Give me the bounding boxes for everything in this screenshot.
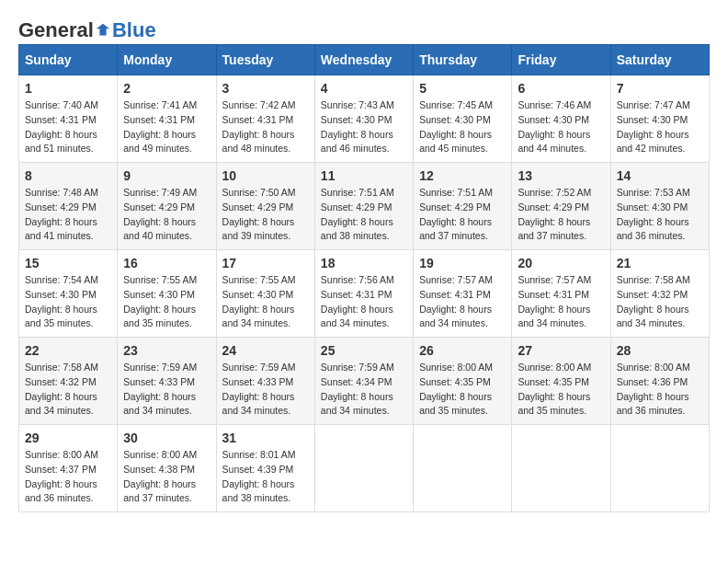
calendar-cell: 8 Sunrise: 7:48 AM Sunset: 4:29 PM Dayli… (19, 163, 118, 250)
sunrise-text: Sunrise: 7:45 AM (419, 99, 493, 110)
day-number: 3 (222, 81, 309, 96)
calendar-cell: 3 Sunrise: 7:42 AM Sunset: 4:31 PM Dayli… (216, 75, 314, 163)
daylight-text: Daylight: 8 hours and 34 minutes. (419, 304, 492, 329)
daylight-text: Daylight: 8 hours and 34 minutes. (222, 304, 295, 329)
daylight-text: Daylight: 8 hours and 36 minutes. (617, 216, 689, 242)
calendar-cell: 12 Sunrise: 7:51 AM Sunset: 4:29 PM Dayl… (414, 163, 512, 250)
sunset-text: Sunset: 4:35 PM (419, 376, 491, 387)
day-number: 23 (123, 343, 210, 358)
sunset-text: Sunset: 4:30 PM (222, 289, 294, 300)
sunset-text: Sunset: 4:30 PM (518, 114, 589, 125)
day-info: Sunrise: 7:55 AM Sunset: 4:30 PM Dayligh… (123, 273, 210, 331)
calendar-cell: 25 Sunrise: 7:59 AM Sunset: 4:34 PM Dayl… (314, 338, 413, 425)
sunrise-text: Sunrise: 7:47 AM (617, 99, 690, 110)
sunset-text: Sunset: 4:36 PM (617, 376, 688, 387)
sunrise-text: Sunrise: 8:00 AM (419, 362, 493, 373)
week-row-3: 15 Sunrise: 7:54 AM Sunset: 4:30 PM Dayl… (19, 250, 710, 338)
day-info: Sunrise: 7:48 AM Sunset: 4:29 PM Dayligh… (25, 186, 111, 244)
calendar-cell: 2 Sunrise: 7:41 AM Sunset: 4:31 PM Dayli… (118, 75, 216, 163)
day-info: Sunrise: 7:53 AM Sunset: 4:30 PM Dayligh… (617, 186, 703, 244)
day-info: Sunrise: 7:51 AM Sunset: 4:29 PM Dayligh… (419, 186, 506, 244)
daylight-text: Daylight: 8 hours and 37 minutes. (123, 478, 196, 504)
calendar-cell (314, 425, 413, 512)
sunrise-text: Sunrise: 7:58 AM (25, 362, 98, 373)
sunset-text: Sunset: 4:29 PM (518, 201, 589, 213)
daylight-text: Daylight: 8 hours and 34 minutes. (518, 304, 590, 329)
day-info: Sunrise: 7:41 AM Sunset: 4:31 PM Dayligh… (123, 98, 210, 156)
calendar-cell: 18 Sunrise: 7:56 AM Sunset: 4:31 PM Dayl… (314, 250, 413, 338)
daylight-text: Daylight: 8 hours and 34 minutes. (123, 391, 196, 417)
day-number: 25 (321, 343, 407, 358)
day-number: 16 (123, 256, 210, 270)
sunrise-text: Sunrise: 7:40 AM (25, 99, 98, 110)
daylight-text: Daylight: 8 hours and 48 minutes. (222, 129, 295, 155)
calendar-cell: 23 Sunrise: 7:59 AM Sunset: 4:33 PM Dayl… (118, 338, 216, 425)
day-info: Sunrise: 8:00 AM Sunset: 4:38 PM Dayligh… (123, 448, 210, 506)
day-number: 10 (222, 168, 309, 183)
day-number: 15 (25, 256, 111, 270)
week-row-4: 22 Sunrise: 7:58 AM Sunset: 4:32 PM Dayl… (19, 338, 710, 425)
sunset-text: Sunset: 4:30 PM (617, 201, 688, 213)
week-row-1: 1 Sunrise: 7:40 AM Sunset: 4:31 PM Dayli… (19, 75, 710, 163)
logo-general-text: General (18, 18, 94, 42)
sunset-text: Sunset: 4:33 PM (123, 376, 195, 387)
day-number: 31 (222, 431, 309, 445)
calendar-cell: 4 Sunrise: 7:43 AM Sunset: 4:30 PM Dayli… (314, 75, 413, 163)
weekday-header-tuesday: Tuesday (216, 45, 314, 75)
day-info: Sunrise: 7:59 AM Sunset: 4:33 PM Dayligh… (222, 361, 309, 419)
weekday-header-thursday: Thursday (414, 45, 512, 75)
day-number: 21 (617, 256, 703, 270)
day-number: 11 (321, 168, 407, 183)
day-info: Sunrise: 7:59 AM Sunset: 4:33 PM Dayligh… (123, 361, 210, 419)
day-info: Sunrise: 7:40 AM Sunset: 4:31 PM Dayligh… (25, 98, 111, 156)
daylight-text: Daylight: 8 hours and 36 minutes. (617, 391, 689, 417)
day-info: Sunrise: 7:58 AM Sunset: 4:32 PM Dayligh… (25, 361, 111, 419)
calendar-cell: 17 Sunrise: 7:55 AM Sunset: 4:30 PM Dayl… (216, 250, 314, 338)
sunrise-text: Sunrise: 7:55 AM (222, 274, 296, 285)
daylight-text: Daylight: 8 hours and 35 minutes. (25, 304, 97, 329)
weekday-header-monday: Monday (118, 45, 216, 75)
day-number: 18 (321, 256, 407, 270)
sunset-text: Sunset: 4:29 PM (419, 201, 491, 213)
day-number: 14 (617, 168, 703, 183)
day-info: Sunrise: 8:00 AM Sunset: 4:36 PM Dayligh… (617, 361, 703, 419)
day-number: 4 (321, 81, 407, 96)
day-number: 22 (25, 343, 111, 358)
daylight-text: Daylight: 8 hours and 38 minutes. (222, 478, 295, 504)
logo-wing-icon (95, 22, 111, 39)
daylight-text: Daylight: 8 hours and 37 minutes. (518, 216, 590, 242)
day-number: 9 (123, 168, 210, 183)
calendar-table: SundayMondayTuesdayWednesdayThursdayFrid… (18, 44, 710, 512)
daylight-text: Daylight: 8 hours and 34 minutes. (222, 391, 295, 417)
calendar-cell: 13 Sunrise: 7:52 AM Sunset: 4:29 PM Dayl… (512, 163, 610, 250)
sunrise-text: Sunrise: 7:57 AM (518, 274, 591, 285)
daylight-text: Daylight: 8 hours and 45 minutes. (419, 129, 492, 155)
sunrise-text: Sunrise: 7:54 AM (25, 274, 98, 285)
sunset-text: Sunset: 4:30 PM (123, 289, 195, 300)
sunrise-text: Sunrise: 7:49 AM (123, 187, 197, 198)
day-info: Sunrise: 7:58 AM Sunset: 4:32 PM Dayligh… (617, 273, 703, 331)
sunrise-text: Sunrise: 7:51 AM (419, 187, 493, 198)
day-number: 7 (617, 81, 703, 96)
daylight-text: Daylight: 8 hours and 34 minutes. (617, 304, 689, 329)
sunrise-text: Sunrise: 7:59 AM (321, 362, 394, 373)
daylight-text: Daylight: 8 hours and 42 minutes. (617, 129, 689, 155)
weekday-header-saturday: Saturday (610, 45, 709, 75)
sunset-text: Sunset: 4:31 PM (321, 289, 392, 300)
logo: GeneralBlue (18, 18, 156, 35)
calendar-cell: 27 Sunrise: 8:00 AM Sunset: 4:35 PM Dayl… (512, 338, 610, 425)
sunrise-text: Sunrise: 7:58 AM (617, 274, 690, 285)
calendar-cell: 29 Sunrise: 8:00 AM Sunset: 4:37 PM Dayl… (19, 425, 118, 512)
sunrise-text: Sunrise: 7:43 AM (321, 99, 394, 110)
daylight-text: Daylight: 8 hours and 38 minutes. (321, 216, 393, 242)
calendar-cell: 21 Sunrise: 7:58 AM Sunset: 4:32 PM Dayl… (610, 250, 709, 338)
sunrise-text: Sunrise: 7:52 AM (518, 187, 591, 198)
daylight-text: Daylight: 8 hours and 34 minutes. (25, 391, 97, 417)
sunset-text: Sunset: 4:38 PM (123, 464, 195, 475)
day-info: Sunrise: 7:57 AM Sunset: 4:31 PM Dayligh… (518, 273, 604, 331)
sunset-text: Sunset: 4:33 PM (222, 376, 294, 387)
day-number: 24 (222, 343, 309, 358)
day-info: Sunrise: 8:00 AM Sunset: 4:37 PM Dayligh… (25, 448, 111, 506)
sunset-text: Sunset: 4:29 PM (25, 201, 97, 213)
day-info: Sunrise: 7:52 AM Sunset: 4:29 PM Dayligh… (518, 186, 604, 244)
